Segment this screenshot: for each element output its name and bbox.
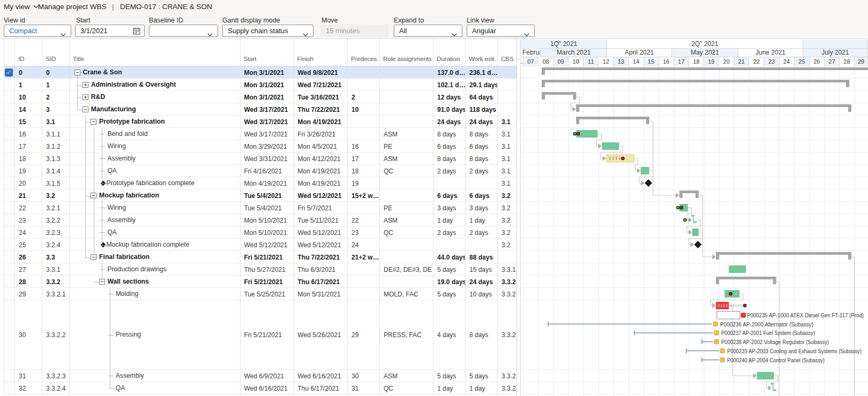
- milestone-diamond[interactable]: [645, 179, 652, 187]
- table-row-25[interactable]: 253.2.4Wed 5/12/2021Wed 5/12/2021243.2Mo…: [4, 239, 517, 251]
- table-row-1[interactable]: 11Mon 3/1/2021Wed 7/21/2021102.1 d…29.1 …: [4, 79, 517, 91]
- column-header-pred[interactable]: Predeces…: [347, 39, 379, 66]
- supply-item-square-yellow[interactable]: [720, 357, 725, 362]
- cell-cbs: [497, 251, 517, 263]
- cell-finish: Wed 6/16/2021: [294, 370, 348, 382]
- task-bar-green[interactable]: [692, 229, 699, 236]
- cell-sid: 3: [42, 103, 69, 116]
- column-header-cbs[interactable]: CBS …: [497, 39, 517, 66]
- cell-work: [465, 177, 497, 189]
- start-date-input[interactable]: 3/1/2021: [75, 25, 145, 37]
- cell-work: 24 days: [465, 276, 497, 288]
- cell-id: 27: [14, 263, 42, 276]
- task-title: Wall sections: [107, 278, 148, 285]
- table-row-32[interactable]: 323.3.2.4Wed 6/16/2021Thu 6/17/202131QC1…: [4, 382, 517, 394]
- cell-title: Wiring: [69, 202, 240, 214]
- collapse-icon[interactable]: [99, 279, 105, 285]
- supply-item-square-yellow[interactable]: [713, 322, 718, 326]
- table-row-29[interactable]: 293.3.2.1Tue 5/25/2021Mon 5/31/2021MOLD,…: [4, 288, 517, 300]
- cell-title: Assembly: [69, 370, 240, 382]
- timeline-month-may-2021: May 2021: [672, 49, 738, 58]
- cell-role: ASM: [379, 214, 433, 226]
- row-checkbox[interactable]: [5, 68, 13, 77]
- cell-finish: Mon 4/19/2021: [294, 165, 348, 177]
- table-row-19[interactable]: 193.1.4Fri 4/16/2021Mon 4/19/202118QC2 d…: [4, 165, 517, 177]
- column-header-duration[interactable]: Duration: [433, 39, 465, 66]
- collapse-icon[interactable]: [91, 254, 96, 260]
- tree-connector: [100, 208, 105, 208]
- link-arrow-icon: [712, 303, 715, 308]
- table-row-31[interactable]: 313.3.2.3Wed 6/9/2021Wed 6/16/202130ASM5…: [4, 370, 517, 382]
- cell-cbs: [497, 103, 517, 116]
- gantt-canvas: P000235 AP-1000 ATEX Diesel Gen FT-117 (…: [521, 66, 868, 396]
- cell-sid: 3.2.4: [42, 239, 69, 251]
- expand-icon[interactable]: [83, 82, 88, 88]
- table-row-22[interactable]: 223.2.1Tue 5/4/2021Fri 5/7/2021PE3 days3…: [4, 202, 517, 214]
- status-dot-green: [573, 132, 576, 135]
- calendar-icon[interactable]: [133, 27, 140, 36]
- cell-work: 6 days: [465, 189, 497, 202]
- task-bar-green[interactable]: [729, 265, 746, 273]
- table-row-10[interactable]: 102Mon 3/1/2021Tue 3/16/2021212 days64 d…: [4, 91, 517, 103]
- table-row-15[interactable]: 153.1Wed 3/17/2021Mon 4/19/202124 days24…: [4, 116, 517, 128]
- task-title: Wiring: [107, 142, 126, 150]
- supply-item-square-red[interactable]: [741, 313, 746, 318]
- column-header-start[interactable]: Start: [240, 39, 294, 66]
- menu-item-my-view[interactable]: My view: [4, 3, 41, 11]
- column-header-title[interactable]: Title: [69, 39, 240, 66]
- column-header-finish[interactable]: Finish: [294, 39, 348, 66]
- menu-item-manage-project-wbs[interactable]: Manage project WBS: [38, 3, 107, 11]
- column-header-sid[interactable]: SID: [42, 39, 69, 66]
- view-id-dropdown[interactable]: Compact: [4, 25, 71, 37]
- cell-duration: [433, 239, 465, 251]
- supply-item-square-yellow[interactable]: [714, 331, 719, 336]
- table-row-24[interactable]: 243.2.3Mon 5/10/2021Wed 5/12/202123QC2 d…: [4, 226, 517, 239]
- supply-item-square-yellow[interactable]: [720, 348, 725, 353]
- task-bar-green[interactable]: [757, 372, 774, 379]
- column-header-work[interactable]: Work esti…: [465, 39, 497, 66]
- baseline-id-dropdown[interactable]: [149, 25, 218, 37]
- cell-title: Assembly: [69, 153, 240, 165]
- gantt-display-mode-value: Supply chain status: [228, 27, 288, 35]
- column-header-role[interactable]: Role assignments: [379, 39, 433, 66]
- summary-bar-cap: [646, 117, 649, 124]
- cell-pred: 17: [347, 153, 379, 165]
- timeline-week-26: 26: [810, 57, 825, 66]
- table-row-14[interactable]: 143Wed 3/17/2021Thu 7/22/20211091.0 days…: [4, 103, 517, 116]
- expand-icon[interactable]: [83, 94, 88, 100]
- table-row-23[interactable]: 233.2.2Mon 5/10/2021Tue 5/11/202122ASM1 …: [4, 214, 517, 226]
- table-row-16[interactable]: 163.1.1Wed 3/17/2021Fri 3/26/2021ASM8 da…: [4, 128, 517, 140]
- cell-work: 29.1 days: [465, 79, 497, 91]
- supply-item-square-yellow[interactable]: [714, 339, 719, 344]
- cell-duration: 24 days: [433, 116, 465, 128]
- task-bar-green[interactable]: [641, 167, 649, 174]
- table-row-28[interactable]: 283.3.2Fri 5/21/2021Thu 6/17/202119.0 da…: [4, 276, 517, 288]
- table-row-27[interactable]: 273.3.1Thu 5/27/2021Thu 6/3/2021DE#2, DE…: [4, 263, 517, 276]
- collapse-icon[interactable]: [74, 70, 80, 75]
- table-row-20[interactable]: 203.1.5Mon 4/19/2021Mon 4/19/2021193.1Pr…: [4, 177, 517, 189]
- collapse-icon[interactable]: [91, 119, 96, 125]
- cell-pred: 31: [347, 382, 379, 394]
- table-row-21[interactable]: 213.2Tue 5/4/2021Wed 5/12/202115+2 w…6 d…: [4, 189, 517, 202]
- task-bar-green[interactable]: [602, 142, 619, 150]
- column-header-id[interactable]: ID: [14, 39, 42, 66]
- task-bar-yellow[interactable]: [606, 155, 634, 162]
- collapse-icon[interactable]: [83, 106, 88, 112]
- collapse-icon[interactable]: [91, 193, 96, 199]
- gantt-display-mode-dropdown[interactable]: Supply chain status: [222, 25, 313, 37]
- table-row-26[interactable]: 263.3Fri 5/21/2021Thu 7/22/202121+2 w…44…: [4, 251, 517, 263]
- table-row-30[interactable]: 303.3.2.2Fri 5/21/2021Wed 5/26/202129PRE…: [4, 300, 517, 370]
- pane-splitter[interactable]: ⋯: [517, 39, 521, 396]
- milestone-diamond[interactable]: [694, 241, 702, 248]
- cell-sid: 3.3.2.1: [42, 288, 69, 300]
- link-view-dropdown[interactable]: Angular: [467, 25, 535, 37]
- chevron-down-icon: [207, 30, 213, 37]
- expand-to-dropdown[interactable]: All: [394, 25, 462, 37]
- gantt-chart: 1Q" 20212Q" 2021Februa…March 2021April 2…: [521, 39, 868, 396]
- cell-title: QA: [69, 165, 240, 177]
- table-row-0[interactable]: 00Mon 3/1/2021Wed 9/8/2021137.0 d…236.1 …: [4, 66, 517, 79]
- cell-work: 1 day: [465, 382, 497, 394]
- table-row-17[interactable]: 173.1.2Mon 3/29/2021Mon 4/5/202116PE6 da…: [4, 140, 517, 153]
- table-row-18[interactable]: 183.1.3Wed 3/31/2021Mon 4/12/202117ASM8 …: [4, 153, 517, 165]
- cell-sid: 3.3.2.2: [42, 300, 69, 370]
